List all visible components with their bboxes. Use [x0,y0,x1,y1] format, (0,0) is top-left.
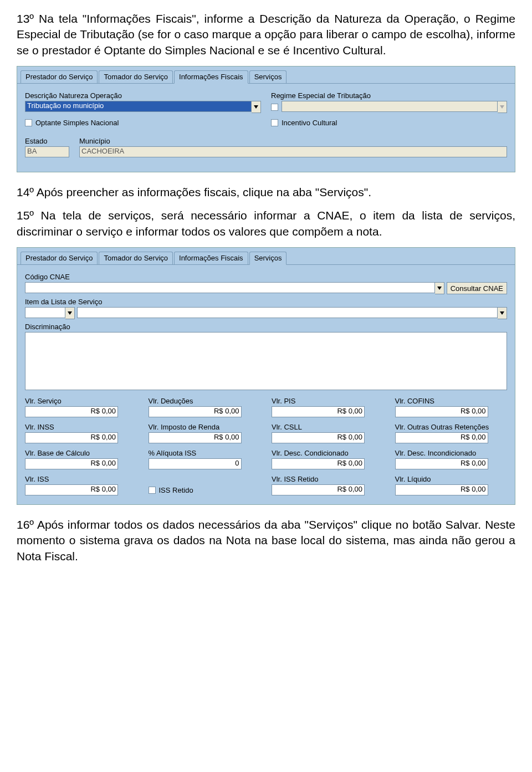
incentivo-cultural-checkbox[interactable]: Incentivo Cultural [271,119,507,127]
consultar-cnae-button[interactable]: Consultar CNAE [447,282,507,294]
label-iss-retido: ISS Retido [159,486,193,494]
descricao-natureza-dropdown-icon[interactable] [252,101,261,113]
regime-enable-checkbox[interactable] [271,101,278,113]
step-16-text: 16º Após informar todos os dados necessá… [17,517,515,564]
tab-prestador[interactable]: Prestador do Serviço [21,70,98,83]
tab-tomador[interactable]: Tomador do Serviço [99,70,173,83]
svg-marker-0 [254,105,258,109]
label-vlr-iss-retido: Vlr. ISS Retido [272,475,384,483]
label-vlr-deducoes: Vlr. Deduções [149,397,261,405]
label-vlr-servico: Vlr. Serviço [25,397,137,405]
tab-fiscais[interactable]: Informações Fiscais [174,70,248,84]
label-aliquota: % Alíquota ISS [149,449,261,457]
tabs-row-servicos: Prestador do Serviço Tomador do Serviço … [17,248,515,265]
label-municipio: Município [79,137,507,145]
label-vlr-outras: Vlr. Outras Outras Retenções [395,423,508,431]
label-vlr-cofins: Vlr. COFINS [395,397,508,405]
regime-tributacao-dropdown-icon [498,101,507,113]
label-vlr-desc-cond: Vlr. Desc. Condicionado [272,449,384,457]
label-item-lista: Item da Lista de Serviço [25,298,507,306]
label-vlr-liquido: Vlr. Líquido [395,475,508,483]
vlr-deducoes-input[interactable]: R$ 0,00 [149,406,242,417]
svg-marker-2 [437,287,442,290]
step-14-text: 14º Após preencher as informações fiscai… [17,185,515,200]
vlr-servico-input[interactable]: R$ 0,00 [25,406,118,417]
label-vlr-iss: Vlr. ISS [25,475,137,483]
discriminacao-textarea[interactable] [25,332,507,390]
vlr-inss-input[interactable]: R$ 0,00 [25,432,118,443]
svg-marker-3 [68,311,72,315]
vlr-iss-retido-input[interactable]: R$ 0,00 [272,484,365,495]
label-vlr-ir: Vlr. Imposto de Renda [149,423,261,431]
codigo-cnae-dropdown-icon[interactable] [435,282,444,294]
vlr-csll-input[interactable]: R$ 0,00 [272,432,365,443]
label-incentivo-cultural: Incentivo Cultural [282,119,337,127]
vlr-pis-input[interactable]: R$ 0,00 [272,406,365,417]
vlr-cofins-input[interactable]: R$ 0,00 [395,406,488,417]
tab-servicos-2[interactable]: Serviços [249,252,287,265]
label-regime-tributacao: Regime Especial de Tributação [271,91,507,100]
vlr-liquido-input[interactable]: R$ 0,00 [395,484,488,495]
tab-tomador-2[interactable]: Tomador do Serviço [99,252,173,264]
svg-marker-4 [500,311,504,315]
svg-marker-1 [500,105,504,109]
label-discriminacao: Discriminação [25,323,507,331]
optante-simples-checkbox[interactable]: Optante Simples Nacional [25,119,261,127]
aliquota-input[interactable]: 0 [149,458,242,469]
label-vlr-csll: Vlr. CSLL [272,423,384,431]
label-estado: Estado [25,137,69,145]
item-lista-code-select[interactable] [25,307,65,318]
estado-input: BA [25,146,69,157]
descricao-natureza-select[interactable]: Tributação no município [25,101,252,112]
vlr-outras-input[interactable]: R$ 0,00 [395,432,488,443]
codigo-cnae-select[interactable] [25,282,435,293]
vlr-base-input[interactable]: R$ 0,00 [25,458,118,469]
label-optante-simples: Optante Simples Nacional [35,119,119,127]
fiscais-panel: Prestador do Serviço Tomador do Serviço … [17,66,515,172]
label-vlr-inss: Vlr. INSS [25,423,137,431]
tab-fiscais-2[interactable]: Informações Fiscais [174,252,248,264]
tabs-row-fiscais: Prestador do Serviço Tomador do Serviço … [17,67,515,84]
regime-tributacao-select [282,101,498,112]
iss-retido-checkbox[interactable]: ISS Retido [149,484,261,495]
vlr-desc-incond-input[interactable]: R$ 0,00 [395,458,488,469]
municipio-input: CACHOEIRA [79,146,507,157]
label-vlr-base: Vlr. Base de Cálculo [25,449,137,457]
item-lista-code-dropdown-icon[interactable] [65,307,75,319]
item-lista-desc-select[interactable] [77,307,498,318]
tab-prestador-2[interactable]: Prestador do Serviço [21,252,98,264]
label-descricao-natureza: Descrição Natureza Operação [25,91,261,100]
item-lista-desc-dropdown-icon[interactable] [498,307,507,319]
vlr-desc-cond-input[interactable]: R$ 0,00 [272,458,365,469]
label-codigo-cnae: Código CNAE [25,273,507,281]
tab-servicos[interactable]: Serviços [249,70,287,83]
label-vlr-pis: Vlr. PIS [272,397,384,405]
step-13-text: 13º Na tela "Informações Fiscais", infor… [17,11,515,58]
step-15-text: 15º Na tela de serviços, será necessário… [17,208,515,239]
vlr-iss-input[interactable]: R$ 0,00 [25,484,118,495]
label-vlr-desc-incond: Vlr. Desc. Incondicionado [395,449,508,457]
vlr-ir-input[interactable]: R$ 0,00 [149,432,242,443]
servicos-panel: Prestador do Serviço Tomador do Serviço … [17,247,515,505]
